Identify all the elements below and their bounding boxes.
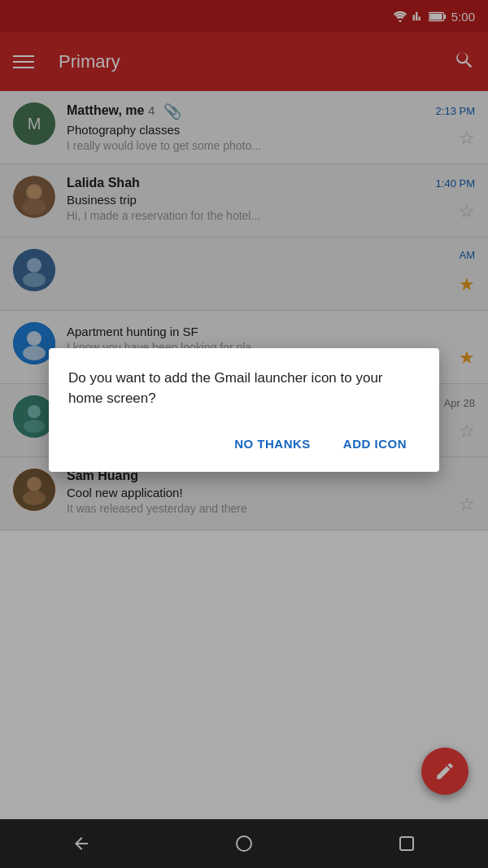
dialog-actions: NO THANKS ADD ICON [68,429,420,459]
svg-point-22 [237,836,251,851]
add-icon-button[interactable]: ADD ICON [330,429,420,459]
dialog: Do you want to add the Gmail launcher ic… [49,348,439,472]
recents-button[interactable] [382,819,431,868]
svg-rect-23 [400,837,413,850]
dialog-overlay: Do you want to add the Gmail launcher ic… [0,0,488,819]
nav-bar [0,819,488,868]
no-thanks-button[interactable]: NO THANKS [221,429,324,459]
dialog-message: Do you want to add the Gmail launcher ic… [68,368,420,409]
back-button[interactable] [57,819,106,868]
home-button[interactable] [220,819,268,868]
